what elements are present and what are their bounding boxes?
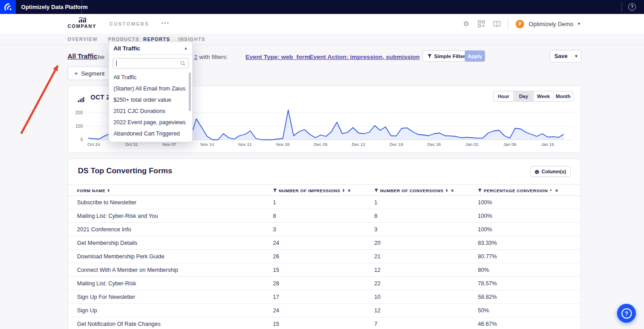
company-chart-icon	[78, 17, 86, 23]
percentage-cell: 80%	[478, 267, 489, 273]
topbar-help-icon[interactable]: ?	[628, 3, 636, 11]
optimizely-logo[interactable]	[0, 0, 16, 14]
impressions-cell: 15	[273, 267, 279, 273]
scrollbar-thumb[interactable]	[189, 72, 191, 111]
form-name-cell: Connect With A Member on Membership	[77, 267, 178, 273]
segment-option-1[interactable]: (Starter) All Email from Zaius	[109, 83, 192, 94]
sort-icon[interactable]: ▲▼	[445, 189, 448, 193]
sentence-fragment-right: 2 with filters:	[194, 54, 228, 60]
app-switcher-icon[interactable]	[477, 20, 485, 28]
table-row[interactable]: Download Membership Perk Guide262180.77%	[68, 250, 581, 263]
nav-company-label: COMPANY	[68, 23, 96, 29]
table-row[interactable]: Sign Up241250%	[68, 304, 581, 317]
column-header-3[interactable]: PERCENTAGE CONVERSION▼×	[478, 185, 558, 196]
segment-search-input[interactable]	[113, 58, 189, 68]
x-tick-label: Nov 07	[163, 142, 176, 147]
main-nav: COMPANY CUSTOMERS ••• ⚙ P Optimizely Dem…	[0, 14, 644, 34]
funnel-icon	[374, 189, 378, 193]
topbar-divider	[82, 0, 82, 14]
segment-dropdown-selected[interactable]: All Traffic ▲	[109, 42, 192, 55]
table-row[interactable]: 2021 Conference Info33100%	[68, 223, 581, 236]
chevron-up-icon: ▲	[184, 46, 188, 50]
sentence-fragment-left: be	[98, 54, 104, 60]
table-header-row: FORM NAME▲▼NUMBER OF IMPRESSIONS▲▼×NUMBE…	[68, 184, 581, 196]
form-name-cell: Download Membership Perk Guide	[77, 253, 164, 260]
svg-text:100: 100	[75, 124, 83, 129]
table-row[interactable]: Subscribe to Newsletter11100%	[68, 196, 581, 209]
funnel-icon	[478, 189, 482, 193]
docs-book-icon[interactable]	[493, 20, 501, 28]
svg-text:0: 0	[80, 137, 83, 142]
nav-more-menu[interactable]: •••	[161, 20, 170, 27]
account-name[interactable]: Optimizely Demo	[529, 21, 573, 27]
form-name-cell: Sign Up For Newsletter	[77, 294, 135, 300]
columns-button[interactable]: ⊕ Column(s)	[530, 166, 571, 177]
x-tick-label: Jan 09	[503, 142, 517, 147]
form-name-cell: Mailing List: Cyber-Risk	[77, 280, 136, 287]
column-header-0[interactable]: FORM NAME▲▼	[77, 185, 110, 196]
top-bar: Optimizely Data Platform ?	[0, 0, 644, 14]
column-header-1[interactable]: NUMBER OF IMPRESSIONS▲▼×	[273, 185, 351, 196]
table-row[interactable]: Mailing List: Cyber-Risk and You88100%	[68, 209, 581, 223]
table-row[interactable]: Get Membership Details242083.33%	[68, 236, 581, 250]
impressions-cell: 24	[273, 240, 279, 246]
remove-column-icon[interactable]: ×	[451, 188, 454, 193]
simple-filter-button[interactable]: Simple Filter	[422, 50, 470, 62]
top-converting-forms-card: DS Top Converting Forms ⊕ Column(s) FORM…	[68, 158, 581, 329]
save-button[interactable]: Save	[550, 50, 572, 63]
x-tick-label: Nov 21	[238, 142, 252, 147]
filter-link-0[interactable]: Event Type: web_form	[245, 54, 310, 60]
form-name-cell: 2021 Conference Info	[77, 226, 131, 233]
funnel-icon	[427, 54, 432, 59]
form-name-cell: Subscribe to Newsletter	[77, 199, 136, 206]
percentage-cell: 83.33%	[478, 240, 497, 246]
nav-item-customers[interactable]: CUSTOMERS	[109, 21, 150, 27]
x-tick-label: Jan 02	[466, 142, 479, 147]
segment-option-4[interactable]: 2022 Event page, pageviews	[109, 117, 192, 128]
table-row[interactable]: Connect With A Member on Membership15128…	[68, 263, 581, 277]
percentage-cell: 46.67%	[478, 321, 497, 327]
help-fab-button[interactable]: ?	[617, 304, 636, 323]
segment-dropdown: All Traffic ▲ All Traffic(Starter) All E…	[109, 41, 193, 142]
impressions-cell: 17	[273, 294, 279, 300]
segment-options-list: All Traffic(Starter) All Email from Zaiu…	[109, 71, 192, 142]
conversions-cell: 12	[374, 307, 381, 314]
date-range-link-end[interactable]: 2	[194, 54, 198, 60]
segment-option-5[interactable]: Abandoned Cart Triggered	[109, 128, 192, 139]
conversions-cell: 10	[374, 294, 381, 300]
sort-icon[interactable]: ▲▼	[342, 189, 345, 193]
impressions-cell: 8	[273, 213, 276, 219]
column-header-2[interactable]: NUMBER OF CONVERSIONS▲▼×	[374, 185, 454, 196]
percentage-cell: 78.57%	[478, 280, 497, 287]
save-caret-button[interactable]: ▼	[571, 50, 581, 63]
form-name-cell: Get Notification Of Rate Changes	[77, 321, 161, 327]
sort-icon[interactable]: ▲▼	[107, 189, 110, 193]
conversions-cell: 1	[374, 199, 377, 206]
sort-desc-icon[interactable]: ▼	[549, 189, 552, 192]
segment-option-0[interactable]: All Traffic	[109, 72, 192, 83]
conversions-cell: 3	[374, 226, 377, 233]
search-icon	[180, 61, 186, 66]
remove-column-icon[interactable]: ×	[555, 188, 558, 193]
segment-option-2[interactable]: $250+ total order value	[109, 94, 192, 105]
filter-link-1[interactable]: Event Action: impression, submission	[309, 54, 420, 60]
add-segment-button[interactable]: + Segment	[68, 67, 111, 80]
x-tick-label: Dec 26	[427, 142, 441, 147]
table-row[interactable]: Get Notification Of Rate Changes15746.67…	[68, 317, 581, 329]
form-name-cell: Get Membership Details	[77, 240, 137, 246]
account-avatar[interactable]: P	[516, 20, 524, 28]
settings-gear-icon[interactable]: ⚙	[462, 20, 470, 28]
remove-column-icon[interactable]: ×	[348, 188, 351, 193]
apply-button[interactable]: Apply	[465, 50, 485, 62]
tab-overview[interactable]: OVERVIEW	[68, 36, 98, 42]
segment-option-3[interactable]: 2021 CJC Donations	[109, 105, 192, 117]
conversions-cell: 20	[374, 240, 381, 246]
account-caret-icon[interactable]: ▼	[577, 22, 581, 26]
table-row[interactable]: Sign Up For Newsletter171058.82%	[68, 290, 581, 304]
column-label: NUMBER OF IMPRESSIONS	[279, 188, 340, 193]
x-tick-label: Dec 05	[314, 142, 327, 147]
table-row[interactable]: Mailing List: Cyber-Risk282278.57%	[68, 277, 581, 290]
segment-all-traffic-link[interactable]: All Traffic	[68, 53, 97, 60]
conversions-cell: 12	[374, 267, 381, 273]
nav-item-company[interactable]: COMPANY	[68, 17, 96, 29]
